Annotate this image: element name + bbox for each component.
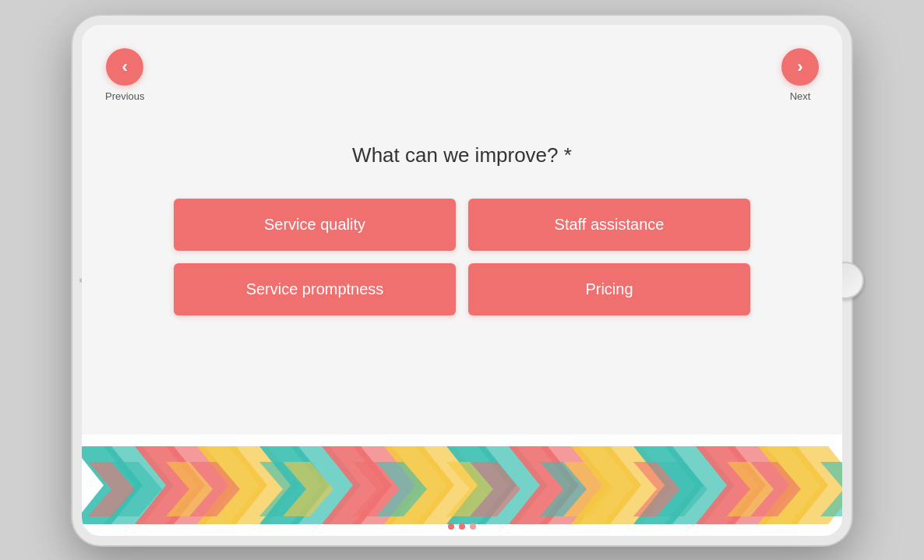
dot-2	[459, 523, 465, 530]
option-pricing[interactable]: Pricing	[468, 263, 750, 315]
question-title: What can we improve? *	[352, 143, 572, 167]
prev-button[interactable]: ‹	[106, 48, 143, 86]
next-nav[interactable]: › Next	[781, 48, 819, 102]
option-staff-assistance[interactable]: Staff assistance	[468, 199, 750, 251]
prev-nav[interactable]: ‹ Previous	[105, 48, 145, 102]
prev-label: Previous	[105, 90, 145, 102]
chevron-banner	[82, 435, 842, 536]
options-grid: Service quality Staff assistance Service…	[174, 199, 750, 315]
dot-1	[448, 523, 454, 530]
next-label: Next	[790, 90, 811, 102]
content-area: ‹ Previous › Next What can we improve? *…	[82, 25, 842, 435]
dot-3	[470, 523, 476, 530]
screen: ‹ Previous › Next What can we improve? *…	[82, 25, 842, 536]
tablet-frame: ‹ Previous › Next What can we improve? *…	[72, 16, 852, 545]
option-service-quality[interactable]: Service quality	[174, 199, 456, 251]
pagination-dots	[448, 523, 476, 530]
option-service-promptness[interactable]: Service promptness	[174, 263, 456, 315]
next-button[interactable]: ›	[781, 48, 819, 86]
